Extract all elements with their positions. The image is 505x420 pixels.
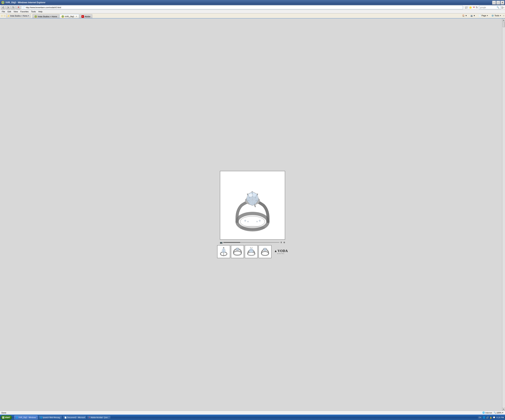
tab-vvr-obj2[interactable]: 🌐 VVR_Obj2 ✕ bbox=[59, 14, 79, 18]
page-button[interactable]: 📄 Page ▼ bbox=[477, 14, 490, 17]
home-button[interactable]: 🏠 ▼ bbox=[461, 14, 468, 17]
svg-point-16 bbox=[247, 221, 248, 222]
tab-icon-vvr: 🌐 bbox=[62, 15, 64, 18]
voda-logo-text: VODA bbox=[278, 249, 288, 253]
taskbar-item-adobe[interactable]: A Adobe Acrobat - [zoo... bbox=[87, 415, 111, 420]
menu-view[interactable]: View bbox=[13, 10, 19, 13]
main-wrapper: 🌐 VVR_Obj2 - Windows Internet Explorer –… bbox=[0, 0, 505, 420]
rss-icon[interactable]: 📰 bbox=[464, 6, 468, 9]
svg-point-17 bbox=[257, 221, 258, 222]
svg-line-31 bbox=[250, 247, 251, 248]
svg-point-33 bbox=[261, 252, 269, 255]
nav-buttons: ↻ ✕ bbox=[1, 6, 21, 9]
thumbnail-4[interactable] bbox=[259, 245, 271, 258]
window-title: VVR_Obj2 - Windows Internet Explorer bbox=[6, 1, 45, 4]
favorites-star2[interactable]: ☆ bbox=[3, 14, 6, 17]
viewer-container: 📷 ⏸ ⊕ bbox=[217, 171, 288, 258]
internet-zone: 🌐 Internet bbox=[482, 412, 492, 414]
menu-bar: File Edit View Favorites Tools Help bbox=[0, 10, 505, 13]
home-icon: 🏠 bbox=[462, 14, 465, 17]
thumbnail-1[interactable] bbox=[217, 245, 230, 258]
tab-adobe[interactable]: A Adobe bbox=[79, 14, 93, 18]
search-input[interactable] bbox=[480, 6, 496, 8]
main-3d-view bbox=[220, 171, 285, 240]
menu-edit[interactable]: Edit bbox=[6, 10, 12, 13]
svg-point-1 bbox=[240, 216, 265, 227]
taskbar-adobe-icon: A bbox=[89, 416, 90, 419]
ring-visual bbox=[227, 174, 278, 236]
toolbar-expand[interactable]: » bbox=[503, 14, 504, 17]
thumbnail-2[interactable] bbox=[231, 245, 244, 258]
start-button[interactable]: ⊞ start bbox=[1, 415, 12, 420]
add-button[interactable]: ⊕ bbox=[283, 241, 285, 244]
security-icon: 🔒 bbox=[490, 416, 492, 419]
ie-icon: 🌐 bbox=[1, 1, 4, 4]
title-bar: 🌐 VVR_Obj2 - Windows Internet Explorer –… bbox=[0, 0, 505, 5]
tab-voda-studios[interactable]: 🌐 Voda Studios > Home bbox=[32, 14, 59, 18]
refresh-button[interactable]: ↻ bbox=[11, 6, 16, 9]
zoom-icon: 🔍 bbox=[493, 412, 496, 414]
status-bar: Done 🌐 Internet 🔍 100% ▼ bbox=[0, 411, 505, 414]
menu-help[interactable]: Help bbox=[37, 10, 44, 13]
zoom-control[interactable]: 🔍 100% ▼ bbox=[493, 412, 504, 414]
address-field[interactable]: 📄 http://www.brownbarn.com/voda/v5.html bbox=[21, 6, 463, 9]
controls-bar: 📷 ⏸ ⊕ bbox=[220, 241, 285, 244]
menu-favorites[interactable]: Favorites bbox=[19, 10, 30, 13]
zoom-dropdown-icon[interactable]: ▼ bbox=[502, 412, 504, 414]
toolbar-right: 🏠 ▼ 🖨️ ▼ 📄 Page ▼ ⚙️ Tools ▼ » bbox=[461, 13, 504, 18]
search-icon[interactable]: 🔍 bbox=[497, 6, 499, 9]
start-label: start bbox=[5, 416, 10, 419]
thumbnail-3[interactable] bbox=[245, 245, 258, 258]
search-area[interactable]: 🔍 bbox=[479, 6, 501, 9]
svg-point-26 bbox=[234, 252, 240, 255]
svg-marker-30 bbox=[249, 248, 253, 253]
taskbar-ipswich-label: Ipswich Web Messag... bbox=[43, 417, 62, 419]
taskbar-right: EN 🌐 🔊 🔒 💬 8:16 PM bbox=[478, 416, 504, 419]
favorites-button[interactable]: 📁 Voda Studios > Home ▼ bbox=[6, 14, 31, 17]
voda-sub-label: DIGITAL bbox=[277, 253, 285, 254]
taskbar-item-document[interactable]: 📄 Document2 - Microsof... bbox=[63, 415, 86, 420]
refresh-icon[interactable]: ↻ bbox=[475, 6, 478, 9]
home-label: ▼ bbox=[465, 15, 467, 17]
fav-label: Voda Studios > Home bbox=[10, 15, 28, 17]
pause-button[interactable]: ⏸ bbox=[280, 241, 282, 244]
zone-text: Internet bbox=[486, 412, 492, 414]
back-button[interactable] bbox=[1, 6, 6, 9]
search-expand-icon[interactable]: |▷ bbox=[502, 6, 504, 9]
forward-button[interactable] bbox=[6, 6, 11, 9]
scroll-down-button[interactable]: ▼ bbox=[502, 408, 505, 411]
favorites-star[interactable]: ☆ bbox=[1, 14, 3, 17]
favorites-star-icon[interactable]: ⭐ bbox=[468, 6, 472, 9]
volume-icon: 🔊 bbox=[486, 416, 489, 419]
taskbar-vvr-label: VVR_Obj2 - Windows ... bbox=[19, 417, 38, 419]
tab-close-vvr[interactable]: ✕ bbox=[76, 15, 77, 17]
stop-button[interactable]: ✕ bbox=[16, 6, 21, 9]
stop-x-icon[interactable]: ✕ bbox=[473, 6, 475, 9]
bottom-strip: ▲ VODA DIGITAL bbox=[217, 245, 288, 258]
menu-file[interactable]: File bbox=[1, 10, 6, 13]
tab-label-voda: Voda Studios > Home bbox=[38, 15, 57, 18]
print-button[interactable]: 🖨️ ▼ bbox=[469, 14, 477, 17]
scroll-up-button[interactable]: ▲ bbox=[502, 19, 505, 21]
taskbar-doc-label: Document2 - Microsof... bbox=[67, 417, 86, 419]
progress-bar[interactable] bbox=[223, 242, 279, 243]
right-scrollbar[interactable]: ▲ ▼ bbox=[502, 19, 505, 411]
thumb3-svg bbox=[246, 246, 257, 257]
tools-button[interactable]: ⚙️ Tools ▼ bbox=[490, 14, 502, 17]
scroll-thumb[interactable] bbox=[503, 22, 505, 27]
minimize-button[interactable]: – bbox=[492, 1, 496, 5]
svg-point-19 bbox=[240, 226, 265, 230]
maximize-button[interactable]: □ bbox=[496, 1, 500, 5]
favorites-icon: 📁 bbox=[7, 15, 10, 17]
svg-point-18 bbox=[259, 220, 260, 222]
windows-icon: ⊞ bbox=[2, 416, 4, 419]
menu-tools[interactable]: Tools bbox=[30, 10, 37, 13]
close-button[interactable]: ✕ bbox=[500, 1, 504, 5]
ie-toolbar-icons: 📰 ⭐ ✕ ↻ bbox=[464, 6, 478, 9]
taskbar-item-vvr[interactable]: 🌐 VVR_Obj2 - Windows ... bbox=[14, 415, 38, 420]
status-text: Done bbox=[1, 412, 481, 414]
control-btns: ⏸ ⊕ bbox=[280, 241, 285, 244]
title-bar-left: 🌐 VVR_Obj2 - Windows Internet Explorer bbox=[1, 1, 45, 4]
tab-label-adobe: Adobe bbox=[85, 15, 90, 18]
taskbar-item-ipswich[interactable]: 🌐 Ipswich Web Messag... bbox=[38, 415, 62, 420]
